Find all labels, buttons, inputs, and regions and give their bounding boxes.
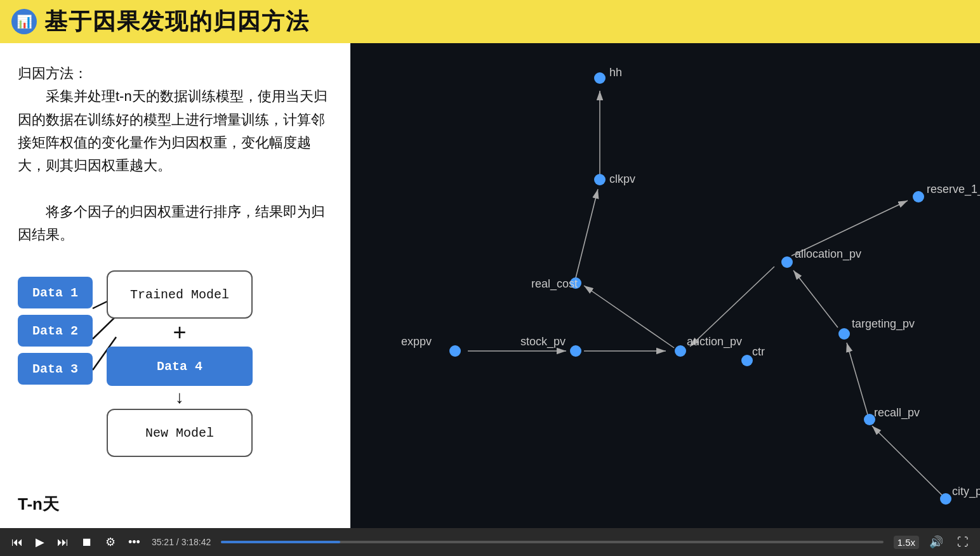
speed-badge[interactable]: 1.5x [894, 536, 919, 549]
left-panel: 归因方法： 采集并处理t-n天的数据训练模型，使用当天归因的数据在训练好的模型上… [0, 43, 350, 528]
label-ctr: ctr [752, 345, 765, 358]
play-button[interactable]: ▶ [32, 533, 48, 552]
right-panel: hh clkpv real_cost auction_pv stock_pv e… [350, 43, 980, 528]
volume-button[interactable]: 🔊 [925, 533, 947, 552]
node-exppv [449, 345, 461, 357]
node-reserve1pv [913, 191, 924, 202]
description: 归因方法： 采集并处理t-n天的数据训练模型，使用当天归因的数据在训练好的模型上… [18, 62, 333, 246]
data-boxes-group: Data 1 Data 2 Data 3 [18, 277, 93, 385]
node-clkpv [594, 174, 606, 185]
trained-model-box: Trained Model [107, 270, 253, 319]
label-auctionpv: auction_pv [687, 335, 742, 348]
node-auctionpv [675, 345, 686, 357]
new-model-box: New Model [107, 409, 253, 457]
label-citypv: city_pv [952, 485, 980, 498]
controls-bar: ⏮ ▶ ⏭ ⏹ ⚙ ••• 35:21 / 3:18:42 1.5x 🔊 ⛶ [0, 528, 980, 556]
svg-line-14 [847, 343, 868, 414]
right-controls: 1.5x 🔊 ⛶ [894, 533, 972, 552]
svg-line-8 [584, 286, 674, 348]
fullscreen-button[interactable]: ⛶ [953, 533, 972, 552]
settings-button[interactable]: ⚙ [102, 533, 119, 552]
label-exppv: exppv [401, 335, 432, 348]
data4-box: Data 4 [107, 347, 253, 386]
page-title: 基于因果发现的归因方法 [44, 6, 310, 37]
header-icon: 📊 [10, 8, 38, 36]
desc-line2: 将多个因子的归因权重进行排序，结果即为归因结果。 [18, 204, 325, 242]
data-box-1: Data 1 [18, 277, 93, 308]
page-header: 📊 基于因果发现的归因方法 [0, 0, 980, 43]
label-realcost: real_cost [531, 277, 578, 291]
forward-button[interactable]: ⏭ [53, 533, 72, 552]
node-allocationpv [781, 256, 793, 268]
data-box-3: Data 3 [18, 353, 93, 385]
more-button[interactable]: ••• [124, 533, 144, 552]
current-time: 35:21 / 3:18:42 [152, 537, 211, 547]
svg-line-15 [872, 426, 942, 495]
node-targetingpv [838, 328, 850, 340]
node-hh [594, 72, 606, 84]
label-stockpv: stock_pv [520, 335, 566, 348]
label-allocationpv: allocation_pv [795, 248, 861, 261]
label-hh: hh [609, 66, 622, 79]
node-citypv [940, 493, 951, 505]
data-box-2: Data 2 [18, 315, 93, 347]
node-ctr [741, 355, 753, 366]
label-recallpv: recall_pv [874, 406, 920, 420]
svg-line-13 [793, 270, 838, 328]
plus-sign: + [173, 321, 186, 344]
tn-label: T-n天 [18, 493, 59, 515]
svg-line-7 [576, 189, 598, 278]
desc-body: 采集并处理t-n天的数据训练模型，使用当天归因的数据在训练好的模型上进行增量训练… [18, 88, 328, 173]
label-targetingpv: targeting_pv [852, 317, 915, 331]
progress-bar-fill [221, 541, 340, 543]
diagram-right: Trained Model + Data 4 ↓ New Model [107, 270, 253, 457]
diagram-area: Data 1 Data 2 Data 3 Trained Model + Dat… [18, 270, 333, 515]
node-stockpv [570, 345, 581, 357]
stop-button[interactable]: ⏹ [77, 533, 96, 552]
label-reserve1pv: reserve_1_pv [927, 183, 980, 196]
label-clkpv: clkpv [609, 173, 635, 185]
rewind-button[interactable]: ⏮ [8, 533, 27, 552]
main-content: 归因方法： 采集并处理t-n天的数据训练模型，使用当天归因的数据在训练好的模型上… [0, 43, 980, 528]
desc-line1: 归因方法： [18, 65, 88, 81]
svg-text:📊: 📊 [17, 14, 32, 29]
graph-svg: hh clkpv real_cost auction_pv stock_pv e… [350, 43, 980, 528]
progress-bar[interactable] [221, 541, 883, 543]
arrow-down: ↓ [175, 388, 184, 406]
